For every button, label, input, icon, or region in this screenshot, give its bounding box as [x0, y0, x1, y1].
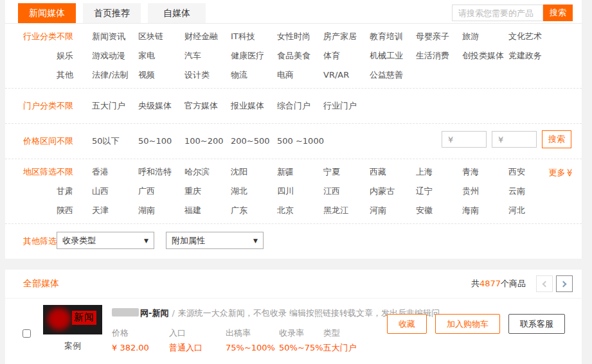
stat-label: 出稿率	[226, 325, 279, 340]
filter-item[interactable]: 哈尔滨	[184, 162, 231, 182]
filter-item[interactable]: 广西	[138, 182, 184, 201]
filter-item[interactable]: 100~200	[184, 132, 231, 151]
filter-item[interactable]: 体育	[323, 46, 370, 65]
filter-item[interactable]: 其他	[57, 65, 92, 85]
filter-item[interactable]: 不限	[57, 96, 92, 116]
filter-item[interactable]: 沈阳	[231, 162, 277, 182]
more-link[interactable]: 更多≪	[548, 163, 574, 182]
filter-item[interactable]: 家电	[138, 46, 184, 65]
filter-item[interactable]: 物流	[231, 65, 277, 85]
filter-item[interactable]: 旅游	[462, 27, 508, 46]
filter-item[interactable]: 安徽	[416, 201, 462, 220]
filter-item[interactable]: 西安	[508, 162, 555, 182]
filter-item[interactable]: 五大门户	[92, 96, 138, 116]
filter-item[interactable]: 河南	[370, 201, 416, 220]
filter-item[interactable]: 江西	[323, 182, 370, 201]
filter-item[interactable]: 黑龙江	[323, 201, 370, 220]
filter-item[interactable]: 湖北	[231, 182, 277, 201]
filter-item[interactable]: 甘肃	[57, 182, 92, 201]
filter-item[interactable]: 陕西	[57, 201, 92, 220]
filter-item[interactable]: 设计类	[184, 65, 231, 85]
filter-item[interactable]: 食品美食	[277, 46, 323, 65]
filter-item[interactable]: 不限	[57, 162, 92, 182]
select-include-type[interactable]: 收录类型 ▼	[57, 232, 154, 249]
filter-item[interactable]: 公益慈善	[370, 65, 416, 85]
price-search-button[interactable]: 搜索	[542, 130, 571, 148]
filter-item[interactable]: 健康医疗	[231, 46, 277, 65]
product-name[interactable]: 网-新闻	[140, 308, 168, 318]
search-button[interactable]: 搜索	[543, 4, 573, 21]
filter-item[interactable]: 50~100	[138, 132, 184, 151]
filter-item[interactable]: 上海	[416, 162, 462, 182]
filter-item[interactable]: 宁夏	[323, 162, 370, 182]
filter-item[interactable]: 生活消费	[416, 46, 462, 65]
next-page-button[interactable]	[556, 275, 573, 292]
filter-item[interactable]: 50以下	[92, 132, 138, 151]
product-checkbox[interactable]	[22, 329, 31, 338]
list-header-right: 共4877个商品	[471, 275, 573, 292]
filter-item[interactable]: 山西	[92, 182, 138, 201]
filter-section-portal: 门户分类 不限五大门户央级媒体官方媒体报业媒体综合门户行业门户	[5, 89, 582, 124]
filter-item[interactable]: 河北	[508, 201, 555, 220]
filter-item[interactable]: 内蒙古	[370, 182, 416, 201]
filter-item[interactable]: 广东	[231, 201, 277, 220]
prev-page-button[interactable]	[536, 275, 553, 292]
filter-item[interactable]: 电商	[277, 65, 323, 85]
filter-item[interactable]: 海南	[462, 201, 508, 220]
filter-item[interactable]: 行业门户	[323, 96, 370, 116]
select-extra-attribute[interactable]: 附加属性 ▼	[166, 232, 264, 249]
product-action-button[interactable]: 加入购物车	[435, 314, 500, 334]
filter-item[interactable]: 重庆	[184, 182, 231, 201]
filter-item[interactable]: 文化艺术	[508, 27, 555, 46]
filter-item[interactable]: 法律/法制	[92, 65, 138, 85]
filter-item[interactable]: 天津	[92, 201, 138, 220]
filter-item[interactable]: 北京	[277, 201, 323, 220]
filter-item[interactable]: 创投类媒体	[462, 46, 508, 65]
filter-item[interactable]: 新闻资讯	[92, 27, 138, 46]
filter-item[interactable]: 教育培训	[370, 27, 416, 46]
filter-item[interactable]: 机械工业	[370, 46, 416, 65]
case-link[interactable]: 案例	[43, 340, 102, 352]
filter-item[interactable]: 母婴亲子	[416, 27, 462, 46]
filter-item[interactable]: 游戏动漫	[92, 46, 138, 65]
filter-item[interactable]: VR/AR	[323, 65, 370, 85]
filter-item[interactable]: 官方媒体	[184, 96, 231, 116]
tab[interactable]: 自媒体	[148, 3, 206, 23]
product-action-button[interactable]: 收藏	[387, 314, 427, 334]
filter-item[interactable]: 香港	[92, 162, 138, 182]
filter-item[interactable]: 央级媒体	[138, 96, 184, 116]
filter-item[interactable]: 区块链	[138, 27, 184, 46]
filter-item[interactable]: 不限	[57, 27, 92, 46]
filter-item[interactable]: 200~500	[231, 132, 277, 151]
search-input[interactable]	[452, 4, 543, 21]
filter-item[interactable]: 福建	[184, 201, 231, 220]
filter-item[interactable]: 湖南	[138, 201, 184, 220]
product-action-button[interactable]: 联系客服	[508, 314, 565, 334]
filter-item[interactable]: 房产家居	[323, 27, 370, 46]
tab[interactable]: 新闻媒体	[18, 3, 76, 23]
filter-item[interactable]: 辽宁	[416, 182, 462, 201]
filter-item[interactable]: 呼和浩特	[138, 162, 184, 182]
filter-item[interactable]: 财经金融	[184, 27, 231, 46]
product-image[interactable]: 新闻	[43, 305, 102, 334]
filter-item[interactable]: 贵州	[462, 182, 508, 201]
filter-item[interactable]: 西藏	[370, 162, 416, 182]
filter-item[interactable]: 500 ~1000	[277, 132, 323, 151]
filter-items: 不限香港呼和浩特哈尔滨沈阳新疆宁夏西藏上海青海西安甘肃山西广西重庆湖北四川江西内…	[57, 162, 582, 220]
filter-item[interactable]: IT科技	[231, 27, 277, 46]
price-min-input[interactable]	[442, 131, 487, 148]
filter-item[interactable]: 党建政务	[508, 46, 555, 65]
filter-item[interactable]: 汽车	[184, 46, 231, 65]
filter-item[interactable]: 云南	[508, 182, 555, 201]
filter-item[interactable]: 青海	[462, 162, 508, 182]
tab[interactable]: 首页推荐	[83, 3, 141, 23]
filter-item[interactable]: 女性时尚	[277, 27, 323, 46]
filter-item[interactable]: 报业媒体	[231, 96, 277, 116]
filter-item[interactable]: 四川	[277, 182, 323, 201]
filter-item[interactable]: 娱乐	[57, 46, 92, 65]
filter-item[interactable]: 新疆	[277, 162, 323, 182]
filter-item[interactable]: 不限	[57, 132, 92, 151]
price-max-input[interactable]	[492, 131, 537, 148]
filter-item[interactable]: 综合门户	[277, 96, 323, 116]
filter-item[interactable]: 视频	[138, 65, 184, 85]
